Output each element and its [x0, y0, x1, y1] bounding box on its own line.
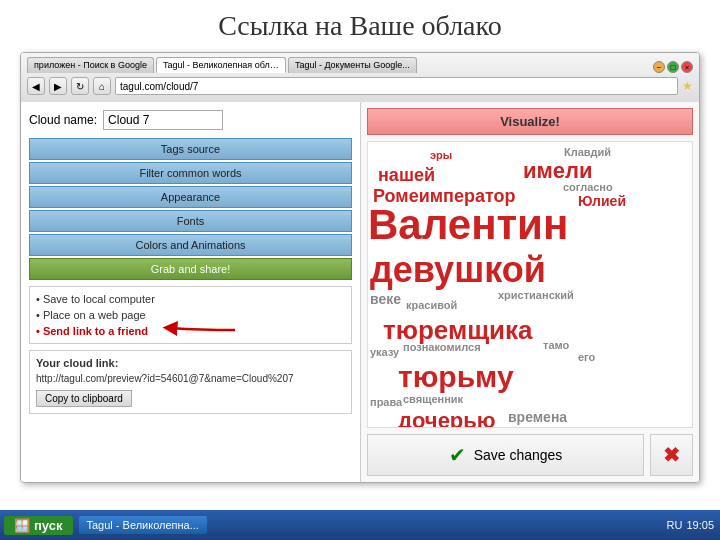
word-cloud-word: тамо — [543, 340, 569, 351]
word-cloud-word: священник — [403, 394, 463, 405]
arrow-indicator — [160, 310, 240, 345]
word-cloud-word: красивой — [406, 300, 457, 311]
menu-item-appearance[interactable]: Appearance — [29, 186, 352, 208]
word-cloud-word: указу — [370, 347, 399, 358]
cancel-icon: ✖ — [663, 443, 680, 467]
word-cloud-word: указа — [516, 424, 545, 428]
cloud-link-url: http://tagul.com/preview?id=54601@7&name… — [36, 373, 345, 384]
clock: 19:05 — [686, 519, 714, 531]
browser-tab-1[interactable]: Tagul - Великолепная обла... — [156, 57, 286, 73]
locale-indicator: RU — [667, 519, 683, 531]
word-cloud-word: христианский — [498, 290, 574, 301]
browser-tab-2[interactable]: Tagul - Документы Google... — [288, 57, 417, 73]
browser-window: приложен - Поиск в Google Tagul - Велико… — [20, 52, 700, 483]
cloud-name-row: Cloud name: — [29, 110, 352, 130]
word-cloud-word: тюрьму — [398, 362, 514, 392]
cloud-name-label: Cloud name: — [29, 113, 97, 127]
start-icon: 🪟 — [14, 518, 30, 533]
menu-items: Tags source Filter common words Appearan… — [29, 138, 352, 280]
word-cloud-word: Юлией — [578, 194, 626, 208]
home-button[interactable]: ⌂ — [93, 77, 111, 95]
taskbar-item-0[interactable]: Tagul - Великолепна... — [79, 516, 207, 534]
word-cloud-word: имели — [523, 160, 593, 182]
save-changes-button[interactable]: ✔ Save changes — [367, 434, 644, 476]
menu-item-grab[interactable]: Grab and share! — [29, 258, 352, 280]
minimize-button[interactable]: − — [653, 61, 665, 73]
word-cloud-word: Клавдий — [564, 147, 611, 158]
browser-chrome: приложен - Поиск в Google Tagul - Велико… — [21, 53, 699, 102]
save-row: ✔ Save changes ✖ — [367, 434, 693, 476]
word-cloud-word: Валентин — [368, 204, 568, 246]
start-button[interactable]: 🪟 пуск — [4, 516, 73, 535]
word-cloud-word: права — [370, 397, 402, 408]
refresh-button[interactable]: ↻ — [71, 77, 89, 95]
slide-title: Ссылка на Ваше облако — [218, 10, 501, 42]
word-cloud-word: умной — [468, 427, 502, 428]
cloud-link-section: Your cloud link: http://tagul.com/previe… — [29, 350, 352, 414]
taskbar: 🪟 пуск Tagul - Великолепна... RU 19:05 — [0, 510, 720, 540]
visualize-button[interactable]: Visualize! — [367, 108, 693, 135]
start-label: пуск — [34, 518, 63, 533]
word-cloud-word: познакомился — [403, 342, 481, 353]
browser-tabs: приложен - Поиск в Google Tagul - Велико… — [27, 57, 417, 73]
word-cloud-word: веке — [370, 292, 401, 306]
word-cloud-word: тюремщика — [383, 317, 533, 343]
word-cloud-word: его — [578, 352, 595, 363]
forward-button[interactable]: ▶ — [49, 77, 67, 95]
word-cloud-word: девушкой — [370, 252, 546, 288]
cancel-button[interactable]: ✖ — [650, 434, 693, 476]
save-changes-label: Save changes — [474, 447, 563, 463]
word-cloud: эрыКлавдийнашейимелиРомеимператорсогласн… — [367, 141, 693, 428]
word-cloud-word: нашей — [378, 166, 435, 184]
cloud-link-label: Your cloud link: — [36, 357, 345, 369]
browser-content: Cloud name: Tags source Filter common wo… — [21, 102, 699, 482]
menu-item-fonts[interactable]: Fonts — [29, 210, 352, 232]
bookmark-icon[interactable]: ★ — [682, 79, 693, 93]
address-bar[interactable] — [115, 77, 678, 95]
menu-item-tags[interactable]: Tags source — [29, 138, 352, 160]
word-cloud-word: эры — [430, 150, 452, 161]
menu-item-colors[interactable]: Colors and Animations — [29, 234, 352, 256]
sub-menu-save[interactable]: • Save to local computer — [36, 291, 345, 307]
right-panel: Visualize! эрыКлавдийнашейимелиРомеимпер… — [361, 102, 699, 482]
taskbar-items: Tagul - Великолепна... — [79, 516, 207, 534]
copy-clipboard-button[interactable]: Copy to clipboard — [36, 390, 132, 407]
slide-area: Ссылка на Ваше облако приложен - Поиск в… — [0, 0, 720, 510]
browser-toolbar: ◀ ▶ ↻ ⌂ ★ — [27, 77, 693, 95]
cloud-name-input[interactable] — [103, 110, 223, 130]
left-panel: Cloud name: Tags source Filter common wo… — [21, 102, 361, 482]
close-button[interactable]: × — [681, 61, 693, 73]
word-cloud-word: времена — [508, 410, 567, 424]
checkmark-icon: ✔ — [449, 443, 466, 467]
maximize-button[interactable]: □ — [667, 61, 679, 73]
taskbar-right: RU 19:05 — [667, 519, 720, 531]
browser-tab-0[interactable]: приложен - Поиск в Google — [27, 57, 154, 73]
back-button[interactable]: ◀ — [27, 77, 45, 95]
menu-item-filter[interactable]: Filter common words — [29, 162, 352, 184]
word-cloud-word: согласно — [563, 182, 613, 193]
